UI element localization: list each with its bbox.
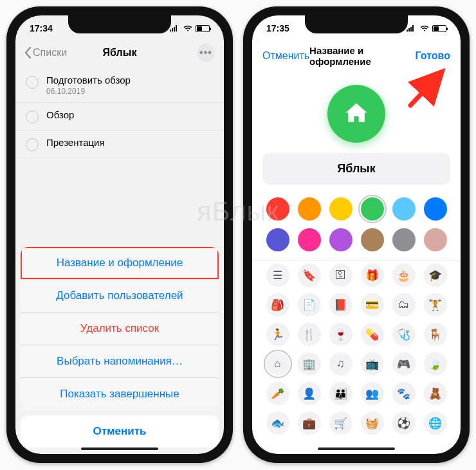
back-label: Списки xyxy=(33,47,67,59)
music-icon[interactable]: ♫ xyxy=(329,352,352,375)
notch xyxy=(305,15,408,33)
sheet-show-completed[interactable]: Показать завершенные xyxy=(21,378,219,410)
screen-right: 17:35 Отменить Название и оформление Гот… xyxy=(252,15,461,454)
bookmark-icon[interactable]: 🔖 xyxy=(298,264,321,287)
running-icon[interactable]: 🏃 xyxy=(266,323,289,346)
fish-icon[interactable]: 🐟 xyxy=(266,411,289,435)
gamepad-icon[interactable]: 🎮 xyxy=(392,352,416,375)
annotation-arrow xyxy=(404,67,449,112)
status-time: 17:34 xyxy=(30,23,53,33)
pills-stack-icon[interactable]: 🗂 xyxy=(392,293,416,316)
screen-left: 17:34 Списки Яблык ••• По xyxy=(15,15,224,454)
complete-toggle[interactable] xyxy=(26,111,39,123)
home-indicator[interactable] xyxy=(318,447,395,450)
color-gray[interactable] xyxy=(392,228,416,251)
reminder-title: Обзор xyxy=(46,109,74,120)
wine-icon[interactable]: 🍷 xyxy=(329,323,352,346)
color-indigo[interactable] xyxy=(266,228,289,251)
ellipsis-icon: ••• xyxy=(199,47,212,59)
color-brown[interactable] xyxy=(361,228,384,251)
back-button[interactable]: Списки xyxy=(24,47,88,59)
status-indicators xyxy=(407,24,446,33)
reminder-date: 06.10.2019 xyxy=(46,87,131,96)
chair-icon[interactable]: 🪑 xyxy=(424,323,447,346)
complete-toggle[interactable] xyxy=(26,138,39,151)
complete-toggle[interactable] xyxy=(26,76,39,89)
sheet-add-people[interactable]: Добавить пользователей xyxy=(21,280,219,312)
cellular-icon xyxy=(170,25,180,32)
soccer-icon[interactable]: ⚽ xyxy=(392,411,416,435)
teddy-icon[interactable]: 🧸 xyxy=(424,382,447,405)
modal-nav: Отменить Название и оформление Готово xyxy=(252,41,461,73)
reminders-list: Подготовить обзор 06.10.2019 Обзор Презе… xyxy=(15,68,224,158)
status-indicators xyxy=(170,24,210,33)
icon-picker: ☰🔖⚿🎁🎂🎓🎒📄📕💳🗂🏋🏃🍴🍷💊🩺🪑⌂🏢♫📺🎮🍃🥕👤👪👥🐾🧸🐟💼🛒🧺⚽🌐 xyxy=(252,260,461,444)
modal-cancel-button[interactable]: Отменить xyxy=(262,50,309,62)
sheet-delete-list[interactable]: Удалить список xyxy=(21,312,219,345)
family-icon[interactable]: 👪 xyxy=(329,382,352,405)
color-orange[interactable] xyxy=(298,197,321,221)
modal-done-button[interactable]: Готово xyxy=(416,50,450,62)
cart-icon[interactable]: 🛒 xyxy=(329,411,352,435)
building-icon[interactable]: 🏢 xyxy=(298,352,321,375)
color-green[interactable] xyxy=(361,197,384,221)
graduation-icon[interactable]: 🎓 xyxy=(424,264,447,287)
dumbbell-icon[interactable]: 🏋 xyxy=(424,293,447,316)
chevron-left-icon xyxy=(24,47,32,59)
home-icon xyxy=(342,100,371,128)
person-icon[interactable]: 👤 xyxy=(298,382,321,405)
backpack-icon[interactable]: 🎒 xyxy=(266,293,289,316)
color-purple[interactable] xyxy=(329,228,352,251)
more-area: ••• xyxy=(151,44,215,62)
key-icon[interactable]: ⚿ xyxy=(329,264,352,287)
color-pink[interactable] xyxy=(298,228,321,251)
cake-icon[interactable]: 🎂 xyxy=(392,264,416,287)
modal-title: Название и оформление xyxy=(309,45,415,67)
reminder-item[interactable]: Подготовить обзор 06.10.2019 xyxy=(15,68,224,103)
reminder-item[interactable]: Презентация xyxy=(15,131,224,158)
battery-icon xyxy=(432,25,446,32)
more-button[interactable]: ••• xyxy=(197,44,215,62)
phone-right: 17:35 Отменить Название и оформление Гот… xyxy=(243,6,470,463)
carrot-icon[interactable]: 🥕 xyxy=(266,382,289,405)
paw-icon[interactable]: 🐾 xyxy=(392,382,416,405)
color-picker xyxy=(252,195,461,260)
basket-icon[interactable]: 🧺 xyxy=(361,411,384,435)
utensils-icon[interactable]: 🍴 xyxy=(298,323,321,346)
action-sheet-group: Название и оформление Добавить пользоват… xyxy=(21,247,219,410)
reminder-item[interactable]: Обзор xyxy=(15,103,224,131)
home-indicator[interactable] xyxy=(81,447,158,450)
gift-icon[interactable]: 🎁 xyxy=(361,264,384,287)
phone-left: 17:34 Списки Яблык ••• По xyxy=(6,6,233,463)
cellular-icon xyxy=(407,25,417,32)
color-lightblue[interactable] xyxy=(392,197,416,221)
color-rose[interactable] xyxy=(424,228,447,251)
card-icon[interactable]: 💳 xyxy=(361,293,384,316)
pill-icon[interactable]: 💊 xyxy=(361,323,384,346)
reminder-title: Подготовить обзор xyxy=(46,75,131,86)
sheet-select-reminders[interactable]: Выбрать напоминания… xyxy=(21,345,219,378)
home-icon[interactable]: ⌂ xyxy=(266,352,289,375)
notch xyxy=(68,15,171,33)
list-icon[interactable]: ☰ xyxy=(266,264,289,287)
group-icon[interactable]: 👥 xyxy=(361,382,384,405)
color-yellow[interactable] xyxy=(329,197,352,221)
briefcase-icon[interactable]: 💼 xyxy=(298,411,321,435)
list-name-field[interactable]: Яблык xyxy=(262,153,450,185)
navigation-bar: Списки Яблык ••• xyxy=(15,41,224,68)
action-sheet: Название и оформление Добавить пользоват… xyxy=(21,247,219,447)
tv-icon[interactable]: 📺 xyxy=(361,352,384,375)
globe-icon[interactable]: 🌐 xyxy=(424,411,447,435)
status-time: 17:35 xyxy=(266,23,289,33)
sheet-name-appearance[interactable]: Название и оформление xyxy=(21,247,219,280)
battery-icon xyxy=(196,25,210,32)
page-title: Яблык xyxy=(88,47,152,59)
color-red[interactable] xyxy=(266,197,289,221)
color-blue[interactable] xyxy=(424,197,447,221)
document-icon[interactable]: 📄 xyxy=(298,293,321,316)
stethoscope-icon[interactable]: 🩺 xyxy=(392,323,416,346)
book-icon[interactable]: 📕 xyxy=(329,293,352,316)
wifi-icon xyxy=(420,24,429,33)
leaf-icon[interactable]: 🍃 xyxy=(424,352,447,375)
sheet-cancel-button[interactable]: Отменить xyxy=(21,415,219,447)
